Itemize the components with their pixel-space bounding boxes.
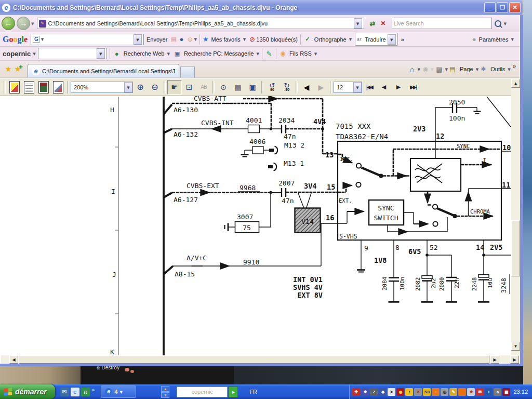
google-earth-icon[interactable]: ● xyxy=(177,35,185,43)
prev-page-icon[interactable]: ◀ xyxy=(377,80,391,95)
pc-search-button[interactable]: Recherche PC: Messagerie xyxy=(181,47,257,60)
translate-button[interactable]: Traduire xyxy=(365,36,386,43)
page-number-combobox[interactable]: 12 ▾ xyxy=(334,82,362,93)
webcam-icon[interactable]: ◎ xyxy=(441,388,448,396)
internet-explorer-icon[interactable]: e xyxy=(71,388,79,396)
graphics-settings-icon[interactable]: ❖ xyxy=(467,388,475,396)
send-dropdown[interactable]: ▾ xyxy=(194,36,197,43)
copernic-logo-dropdown[interactable]: ▾ xyxy=(33,50,36,57)
spellcheck-icon[interactable]: ✓ xyxy=(303,36,312,43)
popup-blocker-icon[interactable]: ⊘ xyxy=(248,35,256,43)
task-grid-icon[interactable]: ▦ xyxy=(502,388,510,396)
search-options-dropdown[interactable]: ▾ xyxy=(504,20,507,27)
zoom-combobox[interactable]: 200% ▾ xyxy=(71,82,133,93)
power-manager-icon[interactable]: Z xyxy=(370,388,378,396)
google-overflow-chevron[interactable]: » xyxy=(401,36,404,43)
vertical-scrollbar[interactable]: ▲ ▼ xyxy=(511,78,520,355)
mouse-utility-icon[interactable]: ➤ xyxy=(388,388,395,396)
vertical-scroll-thumb[interactable] xyxy=(511,220,520,276)
address-field[interactable]: ✎ C:\Documents and Settings\Bernard\Loca… xyxy=(37,18,364,29)
messenger-icon[interactable]: a xyxy=(494,388,501,396)
copernic-search-field[interactable]: ▾ xyxy=(38,48,107,59)
mail-alert-icon[interactable]: ✉ xyxy=(476,388,484,396)
media-player-icon[interactable]: ◉ xyxy=(396,388,404,396)
scroll-corner-button[interactable]: ▶ xyxy=(510,355,519,364)
spellcheck-dropdown[interactable]: ▾ xyxy=(349,36,352,43)
zoom-out-icon[interactable]: ⊖ xyxy=(148,80,162,95)
refresh-button[interactable]: ⇄ xyxy=(367,17,378,30)
ti-connect-icon[interactable]: π xyxy=(81,388,90,396)
favorites-star-icon[interactable]: ★ xyxy=(203,35,209,43)
deskbar-go-button[interactable]: ▸ xyxy=(229,387,238,397)
scroll-right-button[interactable]: ▶ xyxy=(490,355,499,364)
tools-menu-button[interactable]: Outils xyxy=(488,62,508,76)
wireless-signal-icon[interactable]: ◦ xyxy=(432,388,440,396)
nav-history-dropdown[interactable]: ▾ xyxy=(31,20,34,27)
pan-hand-tool[interactable]: ☛ xyxy=(167,80,182,95)
page-number-dropdown[interactable]: ▾ xyxy=(353,82,362,92)
print-icon[interactable]: ▤ xyxy=(433,65,445,73)
rss-feeds-button[interactable]: Fils RSS xyxy=(287,47,314,60)
taskbar-group-button[interactable]: e 4 ▾ xyxy=(101,385,136,398)
first-page-icon[interactable]: |◀◀ xyxy=(362,80,377,95)
clock[interactable]: 23:12 xyxy=(513,389,528,395)
web-search-button[interactable]: Recherche Web xyxy=(121,47,167,60)
s3-graphics-icon[interactable]: S3 xyxy=(423,388,431,396)
copernic-field-dropdown[interactable]: ▾ xyxy=(97,48,105,59)
document-viewport[interactable]: H I J K CVBS-ATT A6-130 CVBS-INT A6-132 … xyxy=(0,96,511,355)
antivirus-shield-icon[interactable]: ✚ xyxy=(352,388,360,396)
toolbar-scroll-up-icon[interactable]: ▲ xyxy=(161,386,169,392)
next-page-icon[interactable]: ▶ xyxy=(391,80,406,95)
rotate-right-icon[interactable]: ↻-90 xyxy=(280,80,294,95)
home-icon[interactable]: ⌂ xyxy=(407,65,417,74)
send-page-icon[interactable]: ▤ xyxy=(170,36,177,43)
language-indicator[interactable]: FR xyxy=(249,389,257,395)
close-button[interactable]: ✕ xyxy=(509,2,521,13)
scroll-down-button[interactable]: ▼ xyxy=(511,342,520,351)
commandbar-overflow-chevron[interactable]: » xyxy=(513,63,516,69)
djvu-print-icon[interactable]: ▤ xyxy=(231,80,245,95)
quicklaunch-overflow-chevron[interactable]: » xyxy=(92,387,95,393)
horizontal-scrollbar[interactable]: ◀ ▶ ▶ xyxy=(1,355,520,364)
start-button[interactable]: démarrer xyxy=(0,384,55,399)
toolbar-scroll-down-icon[interactable]: ▼ xyxy=(161,392,169,398)
orange-app-icon[interactable] xyxy=(458,388,466,396)
google-send-button[interactable]: Envoyer xyxy=(144,33,170,46)
pc-search-dropdown[interactable]: ▾ xyxy=(256,50,259,57)
web-search-dropdown[interactable]: ▾ xyxy=(167,50,170,57)
spellcheck-button[interactable]: Orthographe xyxy=(312,33,349,46)
security-suite-icon[interactable]: ❖ xyxy=(361,388,369,396)
zoom-select-tool[interactable]: ⊡ xyxy=(182,80,196,95)
page-text-icon[interactable] xyxy=(22,80,36,95)
favorites-dropdown[interactable]: ▾ xyxy=(243,36,246,43)
tab-document[interactable]: e C:\Documents and Settings\Bernard\Loca… xyxy=(28,64,179,77)
page-thumbnails-icon[interactable] xyxy=(7,80,22,95)
rotate-left-icon[interactable]: ↺90 xyxy=(265,80,280,95)
google-search-field[interactable]: G ▾ ▾ xyxy=(31,34,144,45)
scroll-up-button[interactable]: ▲ xyxy=(511,79,520,88)
tablet-pen-icon[interactable]: ✎ xyxy=(449,388,457,396)
maximize-button[interactable]: ❐ xyxy=(497,2,508,13)
copernic-deskbar-field[interactable]: copernic xyxy=(177,387,228,397)
favorites-center-star-icon[interactable]: ★ xyxy=(3,64,14,74)
tools-dropdown[interactable]: ▾ xyxy=(508,66,511,73)
alert-triangle-icon[interactable]: ! xyxy=(405,388,413,396)
google-search-dropdown[interactable]: ▾ xyxy=(41,36,44,43)
info-icon[interactable]: i xyxy=(485,388,493,396)
scroll-left-button[interactable]: ◀ xyxy=(9,355,18,364)
taskbutton-dropdown[interactable]: ▾ xyxy=(119,389,123,395)
volume-muted-icon[interactable]: ✕ xyxy=(414,388,422,396)
minimize-button[interactable]: _ xyxy=(484,2,496,13)
page-layers-icon[interactable] xyxy=(51,80,65,95)
firewall-shield-icon[interactable]: ◆ xyxy=(379,388,387,396)
smiley-icon[interactable]: ☺ xyxy=(185,35,194,43)
google-settings-button[interactable]: Paramètres xyxy=(476,33,511,46)
zoom-dropdown[interactable]: ▾ xyxy=(124,82,132,92)
last-page-icon[interactable]: ▶▶| xyxy=(406,80,420,95)
history-back-icon[interactable]: ◀ xyxy=(299,80,314,95)
new-tab-stub[interactable] xyxy=(180,66,195,78)
forward-button[interactable]: → xyxy=(17,17,30,30)
save-floppy-icon[interactable]: ▣ xyxy=(245,80,260,95)
rss-dropdown[interactable]: ▾ xyxy=(314,50,317,57)
page-image-icon[interactable] xyxy=(36,80,51,95)
